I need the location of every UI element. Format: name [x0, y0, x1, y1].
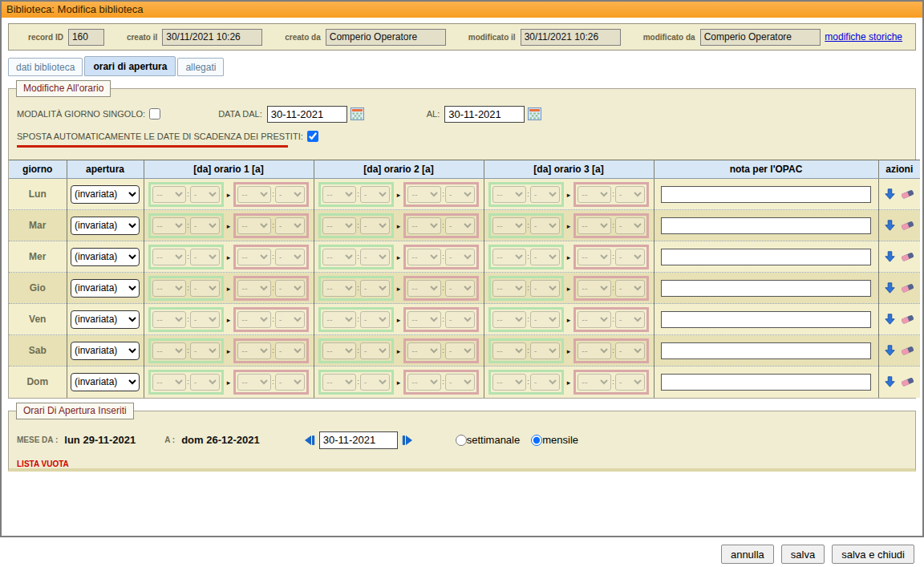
apertura-select[interactable]: (invariata) — [71, 185, 140, 204]
copy-down-icon[interactable] — [885, 188, 895, 200]
hour-from-select: -- — [322, 249, 356, 265]
time-to-group: --:- — [403, 213, 479, 238]
orario-3-cell: --:-▸--:- — [484, 335, 654, 367]
apertura-select[interactable]: (invariata) — [71, 217, 140, 235]
colon-separator: : — [612, 378, 614, 386]
monthly-label[interactable]: mensile — [542, 434, 578, 446]
save-button[interactable]: salva — [781, 545, 825, 564]
copy-down-icon[interactable] — [885, 251, 895, 262]
date-from-calendar-button[interactable] — [351, 107, 364, 120]
eraser-icon[interactable] — [901, 220, 914, 231]
time-to-group: --:- — [233, 276, 309, 301]
opac-note-input[interactable] — [661, 186, 871, 203]
minute-from-select: - — [190, 249, 220, 265]
time-to-group: --:- — [233, 338, 309, 363]
azioni-cell — [878, 210, 920, 241]
hour-to-select: -- — [237, 217, 271, 234]
arrow-separator-icon: ▸ — [397, 222, 401, 230]
colon-separator: : — [527, 315, 529, 323]
colon-separator: : — [357, 284, 359, 292]
record-id-value — [68, 29, 104, 46]
copy-down-icon[interactable] — [885, 376, 895, 387]
opac-note-input[interactable] — [661, 217, 871, 234]
minute-from-select: - — [360, 374, 390, 391]
time-to-group: --:- — [573, 276, 649, 301]
save-and-close-button[interactable]: salva e chiudi — [832, 545, 914, 564]
apertura-select[interactable]: (invariata) — [71, 279, 140, 298]
orario-1-cell: --:-▸--:- — [144, 210, 314, 241]
col-header-orario-3: [da] orario 3 [a] — [484, 160, 654, 179]
next-period-button[interactable] — [401, 434, 415, 447]
time-from-group: --:- — [318, 307, 394, 332]
hour-from-select: -- — [492, 311, 526, 328]
history-link[interactable]: modifiche storiche — [825, 31, 902, 43]
table-row: Mar (invariata) --:-▸--:- --:-▸--:- --:-… — [9, 210, 920, 241]
single-day-checkbox[interactable] — [149, 108, 160, 119]
date-to-input[interactable] — [444, 106, 525, 123]
opac-note-input[interactable] — [661, 342, 871, 359]
opac-note-input[interactable] — [661, 249, 871, 265]
copy-down-icon[interactable] — [885, 314, 895, 325]
shift-due-dates-checkbox[interactable] — [307, 131, 318, 142]
orario-3-cell: --:-▸--:- — [484, 241, 654, 273]
time-from-group: --:- — [488, 338, 564, 363]
hour-from-select: -- — [152, 217, 186, 234]
eraser-icon[interactable] — [901, 345, 914, 356]
apertura-cell: (invariata) — [67, 179, 144, 210]
apertura-select[interactable]: (invariata) — [71, 342, 140, 360]
date-to-calendar-button[interactable] — [528, 107, 541, 120]
opac-note-input[interactable] — [661, 280, 871, 297]
colon-separator: : — [612, 190, 614, 198]
red-underline-decoration — [17, 145, 288, 148]
time-from-group: --:- — [488, 307, 564, 332]
apertura-cell: (invariata) — [67, 335, 144, 367]
eraser-icon[interactable] — [901, 376, 914, 387]
minute-from-select: - — [530, 217, 560, 234]
orario-2-cell: --:-▸--:- — [314, 241, 484, 273]
tab-allegati[interactable]: allegati — [177, 58, 224, 76]
table-row: Ven (invariata) --:-▸--:- --:-▸--:- --:-… — [9, 304, 920, 335]
arrow-separator-icon: ▸ — [227, 191, 231, 199]
nota-cell — [654, 241, 878, 273]
date-from-input[interactable] — [267, 106, 347, 123]
orario-1-cell: --:-▸--:- — [144, 304, 314, 335]
opac-note-input[interactable] — [661, 311, 871, 328]
copy-down-icon[interactable] — [885, 282, 895, 294]
opac-note-input[interactable] — [661, 374, 871, 391]
minute-to-select: - — [445, 374, 475, 391]
colon-separator: : — [527, 284, 529, 292]
eraser-icon[interactable] — [901, 188, 914, 200]
prev-period-button[interactable] — [302, 434, 316, 447]
arrow-separator-icon: ▸ — [567, 285, 571, 293]
minute-from-select: - — [360, 280, 390, 297]
cancel-button[interactable]: annulla — [721, 545, 774, 564]
weekly-schedule-table: giorno apertura [da] orario 1 [a] [da] o… — [9, 160, 920, 398]
radio-weekly[interactable] — [456, 435, 467, 446]
apertura-select[interactable]: (invariata) — [71, 373, 140, 391]
hour-to-select: -- — [237, 280, 271, 297]
time-to-group: --:- — [573, 370, 649, 395]
created-at-value — [162, 29, 262, 46]
radio-monthly[interactable] — [531, 435, 542, 446]
minute-to-select: - — [615, 311, 645, 328]
schedule-controls-row: MODALITÀ GIORNO SINGOLO: DATA DAL: AL: — [9, 89, 915, 123]
apertura-select[interactable]: (invariata) — [71, 248, 140, 266]
copy-down-icon[interactable] — [885, 345, 895, 356]
hour-to-select: -- — [407, 217, 441, 234]
period-date-input[interactable] — [319, 431, 398, 449]
month-from-value: lun 29-11-2021 — [64, 434, 136, 446]
arrow-separator-icon: ▸ — [227, 253, 231, 261]
tab-orari-di-apertura[interactable]: orari di apertura — [84, 56, 176, 76]
table-row: Mer (invariata) --:-▸--:- --:-▸--:- --:-… — [9, 241, 920, 273]
weekly-label[interactable]: settimanale — [467, 434, 520, 446]
time-from-group: --:- — [488, 182, 564, 207]
arrow-separator-icon: ▸ — [397, 316, 401, 324]
eraser-icon[interactable] — [901, 314, 914, 325]
eraser-icon[interactable] — [901, 251, 914, 262]
tab-dati-biblioteca[interactable]: dati biblioteca — [8, 58, 83, 76]
eraser-icon[interactable] — [901, 282, 914, 294]
minute-from-select: - — [530, 311, 560, 328]
apertura-select[interactable]: (invariata) — [71, 310, 140, 329]
minute-to-select: - — [445, 311, 475, 328]
copy-down-icon[interactable] — [885, 220, 895, 231]
